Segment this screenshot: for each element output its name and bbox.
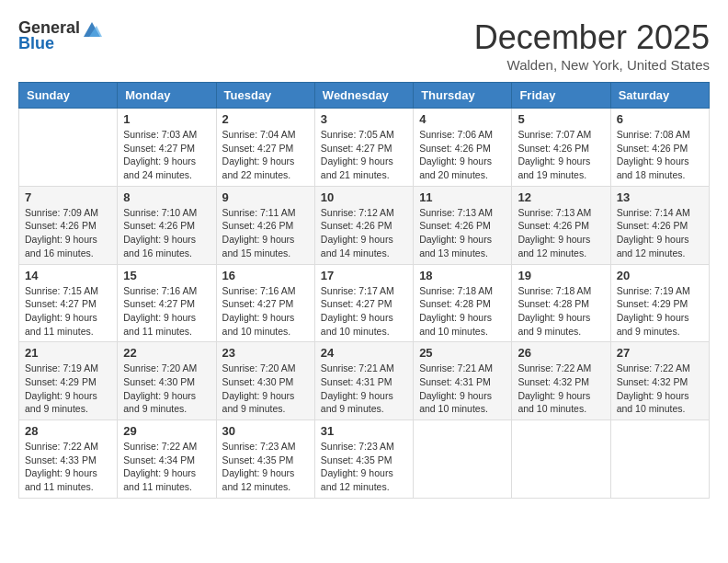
- calendar-day-cell: 21Sunrise: 7:19 AMSunset: 4:29 PMDayligh…: [19, 342, 118, 420]
- calendar-day-cell: 25Sunrise: 7:21 AMSunset: 4:31 PMDayligh…: [414, 342, 512, 420]
- calendar-day-cell: 27Sunrise: 7:22 AMSunset: 4:32 PMDayligh…: [610, 342, 709, 420]
- calendar-day-cell: 4Sunrise: 7:06 AMSunset: 4:26 PMDaylight…: [414, 109, 512, 187]
- calendar-empty-cell: [19, 109, 118, 187]
- day-info: Sunrise: 7:16 AMSunset: 4:27 PMDaylight:…: [222, 284, 309, 339]
- day-number: 21: [25, 346, 111, 360]
- day-number: 3: [321, 112, 407, 126]
- calendar-day-cell: 11Sunrise: 7:13 AMSunset: 4:26 PMDayligh…: [414, 186, 512, 264]
- day-number: 4: [419, 112, 506, 126]
- day-info: Sunrise: 7:18 AMSunset: 4:28 PMDaylight:…: [518, 284, 604, 339]
- calendar-day-cell: 20Sunrise: 7:19 AMSunset: 4:29 PMDayligh…: [610, 264, 709, 342]
- logo: General Blue: [18, 18, 102, 53]
- day-info: Sunrise: 7:21 AMSunset: 4:31 PMDaylight:…: [321, 362, 407, 416]
- day-number: 11: [419, 190, 506, 204]
- day-info: Sunrise: 7:05 AMSunset: 4:27 PMDaylight:…: [321, 128, 407, 182]
- calendar-empty-cell: [512, 420, 610, 499]
- calendar-day-cell: 17Sunrise: 7:17 AMSunset: 4:27 PMDayligh…: [314, 264, 413, 342]
- day-info: Sunrise: 7:18 AMSunset: 4:28 PMDaylight:…: [419, 284, 506, 339]
- title-block: December 2025 Walden, New York, United S…: [474, 18, 710, 73]
- calendar-day-cell: 7Sunrise: 7:09 AMSunset: 4:26 PMDaylight…: [19, 186, 118, 264]
- day-info: Sunrise: 7:22 AMSunset: 4:34 PMDaylight:…: [123, 440, 210, 494]
- logo-icon: [82, 20, 102, 37]
- calendar-week-row: 7Sunrise: 7:09 AMSunset: 4:26 PMDaylight…: [19, 186, 710, 264]
- day-info: Sunrise: 7:17 AMSunset: 4:27 PMDaylight:…: [321, 284, 407, 339]
- day-number: 25: [419, 346, 506, 360]
- calendar-day-cell: 6Sunrise: 7:08 AMSunset: 4:26 PMDaylight…: [610, 109, 709, 187]
- calendar-day-cell: 5Sunrise: 7:07 AMSunset: 4:26 PMDaylight…: [512, 109, 610, 187]
- calendar-day-cell: 23Sunrise: 7:20 AMSunset: 4:30 PMDayligh…: [216, 342, 314, 420]
- logo-blue: Blue: [18, 34, 54, 53]
- day-info: Sunrise: 7:08 AMSunset: 4:26 PMDaylight:…: [617, 128, 703, 182]
- day-number: 2: [222, 112, 309, 126]
- day-number: 30: [222, 424, 309, 438]
- day-info: Sunrise: 7:03 AMSunset: 4:27 PMDaylight:…: [123, 128, 210, 182]
- calendar-day-cell: 30Sunrise: 7:23 AMSunset: 4:35 PMDayligh…: [216, 420, 314, 499]
- calendar-week-row: 1Sunrise: 7:03 AMSunset: 4:27 PMDaylight…: [19, 109, 710, 187]
- day-info: Sunrise: 7:21 AMSunset: 4:31 PMDaylight:…: [419, 362, 506, 416]
- calendar-day-cell: 16Sunrise: 7:16 AMSunset: 4:27 PMDayligh…: [216, 264, 314, 342]
- calendar-day-cell: 18Sunrise: 7:18 AMSunset: 4:28 PMDayligh…: [414, 264, 512, 342]
- day-number: 13: [617, 190, 703, 204]
- day-number: 12: [518, 190, 604, 204]
- day-number: 24: [321, 346, 407, 360]
- day-number: 10: [321, 190, 407, 204]
- day-info: Sunrise: 7:09 AMSunset: 4:26 PMDaylight:…: [25, 206, 111, 260]
- calendar-day-cell: 8Sunrise: 7:10 AMSunset: 4:26 PMDaylight…: [118, 186, 216, 264]
- column-header-tuesday: Tuesday: [216, 83, 314, 109]
- day-info: Sunrise: 7:23 AMSunset: 4:35 PMDaylight:…: [321, 440, 407, 494]
- calendar-week-row: 21Sunrise: 7:19 AMSunset: 4:29 PMDayligh…: [19, 342, 710, 420]
- calendar-day-cell: 31Sunrise: 7:23 AMSunset: 4:35 PMDayligh…: [314, 420, 413, 499]
- day-info: Sunrise: 7:15 AMSunset: 4:27 PMDaylight:…: [25, 284, 111, 339]
- column-header-sunday: Sunday: [19, 83, 118, 109]
- day-info: Sunrise: 7:20 AMSunset: 4:30 PMDaylight:…: [123, 362, 210, 416]
- column-header-friday: Friday: [512, 83, 610, 109]
- day-info: Sunrise: 7:23 AMSunset: 4:35 PMDaylight:…: [222, 440, 309, 494]
- calendar-week-row: 28Sunrise: 7:22 AMSunset: 4:33 PMDayligh…: [19, 420, 710, 499]
- day-number: 9: [222, 190, 309, 204]
- calendar-day-cell: 29Sunrise: 7:22 AMSunset: 4:34 PMDayligh…: [118, 420, 216, 499]
- page-header: General Blue December 2025 Walden, New Y…: [18, 18, 710, 73]
- column-header-thursday: Thursday: [414, 83, 512, 109]
- day-number: 26: [518, 346, 604, 360]
- day-info: Sunrise: 7:06 AMSunset: 4:26 PMDaylight:…: [419, 128, 506, 182]
- calendar-day-cell: 3Sunrise: 7:05 AMSunset: 4:27 PMDaylight…: [314, 109, 413, 187]
- calendar-day-cell: 24Sunrise: 7:21 AMSunset: 4:31 PMDayligh…: [314, 342, 413, 420]
- day-number: 29: [123, 424, 210, 438]
- day-number: 7: [25, 190, 111, 204]
- day-number: 28: [25, 424, 111, 438]
- calendar-day-cell: 12Sunrise: 7:13 AMSunset: 4:26 PMDayligh…: [512, 186, 610, 264]
- calendar-day-cell: 28Sunrise: 7:22 AMSunset: 4:33 PMDayligh…: [19, 420, 118, 499]
- month-title: December 2025: [474, 18, 710, 57]
- day-number: 20: [617, 269, 703, 282]
- calendar-table: SundayMondayTuesdayWednesdayThursdayFrid…: [18, 82, 710, 499]
- day-info: Sunrise: 7:12 AMSunset: 4:26 PMDaylight:…: [321, 206, 407, 260]
- day-number: 22: [123, 346, 210, 360]
- calendar-day-cell: 15Sunrise: 7:16 AMSunset: 4:27 PMDayligh…: [118, 264, 216, 342]
- day-info: Sunrise: 7:20 AMSunset: 4:30 PMDaylight:…: [222, 362, 309, 416]
- calendar-day-cell: 19Sunrise: 7:18 AMSunset: 4:28 PMDayligh…: [512, 264, 610, 342]
- day-info: Sunrise: 7:13 AMSunset: 4:26 PMDaylight:…: [518, 206, 604, 260]
- day-number: 15: [123, 269, 210, 282]
- calendar-day-cell: 14Sunrise: 7:15 AMSunset: 4:27 PMDayligh…: [19, 264, 118, 342]
- day-number: 18: [419, 269, 506, 282]
- day-info: Sunrise: 7:11 AMSunset: 4:26 PMDaylight:…: [222, 206, 309, 260]
- day-number: 31: [321, 424, 407, 438]
- day-number: 23: [222, 346, 309, 360]
- day-number: 8: [123, 190, 210, 204]
- day-info: Sunrise: 7:07 AMSunset: 4:26 PMDaylight:…: [518, 128, 604, 182]
- day-number: 27: [617, 346, 703, 360]
- calendar-empty-cell: [610, 420, 709, 499]
- location: Walden, New York, United States: [474, 57, 710, 73]
- day-info: Sunrise: 7:04 AMSunset: 4:27 PMDaylight:…: [222, 128, 309, 182]
- day-number: 16: [222, 269, 309, 282]
- day-number: 5: [518, 112, 604, 126]
- calendar-week-row: 14Sunrise: 7:15 AMSunset: 4:27 PMDayligh…: [19, 264, 710, 342]
- column-header-saturday: Saturday: [610, 83, 709, 109]
- day-number: 17: [321, 269, 407, 282]
- calendar-day-cell: 2Sunrise: 7:04 AMSunset: 4:27 PMDaylight…: [216, 109, 314, 187]
- day-number: 6: [617, 112, 703, 126]
- calendar-empty-cell: [414, 420, 512, 499]
- day-info: Sunrise: 7:14 AMSunset: 4:26 PMDaylight:…: [617, 206, 703, 260]
- column-header-monday: Monday: [118, 83, 216, 109]
- calendar-day-cell: 10Sunrise: 7:12 AMSunset: 4:26 PMDayligh…: [314, 186, 413, 264]
